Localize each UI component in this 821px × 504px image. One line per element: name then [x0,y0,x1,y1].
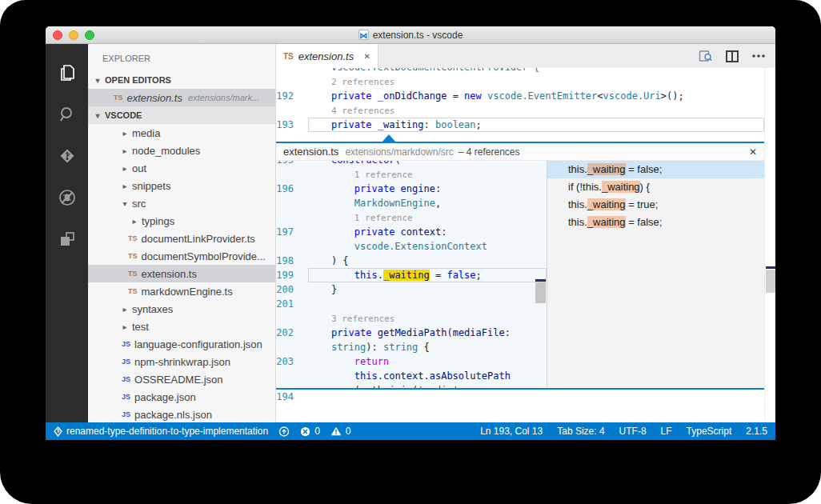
code-line-192[interactable]: 192 private _onDidChange = new vscode.Ev… [276,89,764,103]
tree-item-extension-ts[interactable]: TSextension.ts [88,265,275,282]
code-line[interactable]: string): string { [276,340,547,354]
tree-item-documentsymbolprovide-[interactable]: TSdocumentSymbolProvide... [88,247,275,265]
chevron-expanded-icon: ▾ [93,111,102,120]
tree-item-extension-ts[interactable]: TSextension.tsextensions/mark... [88,89,275,106]
tree-item-language-configuration-json[interactable]: JSlanguage-configuration.json [88,335,275,353]
tree-item-out[interactable]: ▸out [88,159,275,177]
activity-item-search[interactable] [46,95,88,137]
activity-item-debug[interactable] [46,178,88,220]
line-number: 192 [276,89,308,103]
peek-editor[interactable]: 195 constructor( 1 reference196 private … [276,161,547,388]
code-line[interactable]: (path.join('media' [276,383,547,388]
tree-item-snippets[interactable]: ▸snippets [88,177,275,194]
references-list: this._waiting = false;if (!this._waiting… [547,161,764,388]
tree-item-ossreadme-json[interactable]: JSOSSREADME.json [88,370,275,388]
tree-item-typings[interactable]: ▸typings [88,212,275,230]
typescript-version[interactable]: 2.1.5 [746,426,767,437]
tree-item-media[interactable]: ▸media [88,124,275,142]
encoding[interactable]: UTF-8 [619,426,647,437]
code-line-197[interactable]: 197 private context: [276,225,547,239]
code-text: private engine: [308,182,547,196]
code-line[interactable]: vscode.TextDocumentContentProvider { [276,68,764,74]
activity-item-extensions[interactable] [46,220,88,262]
git-branch-indicator[interactable]: renamed-type-definition-to-type-implemen… [54,426,268,437]
overview-decoration [766,266,775,269]
tree-item-test[interactable]: ▸test [88,318,275,335]
code-text: vscode.TextDocumentContentProvider { [308,68,764,74]
code-line-195[interactable]: 195 constructor( [276,161,547,167]
branch-name: renamed-type-definition-to-type-implemen… [66,426,268,437]
activity-item-source-control[interactable] [46,137,88,178]
reference-item[interactable]: this._waiting = false; [547,161,764,178]
tree-item-documentlinkprovider-ts[interactable]: TSdocumentLinkProvider.ts [88,230,275,247]
error-icon [300,426,310,437]
peek-references-widget: extension.ts extensions/markdown/src – 4… [276,142,764,390]
more-actions-icon[interactable] [752,54,765,58]
tab-size[interactable]: Tab Size: 4 [557,426,604,437]
publish-button[interactable] [278,426,290,437]
peek-close-icon[interactable]: ✕ [749,146,757,158]
code-line-200[interactable]: 200 } [276,282,547,297]
explorer-tree: ▾OPEN EDITORSTSextension.tsextensions/ma… [88,71,275,422]
code-line[interactable]: 1 reference [276,167,547,182]
warnings-indicator[interactable]: 0 [330,426,351,437]
code-line-202[interactable]: 202 private getMediaPath(mediaFile: [276,326,547,340]
tab-extension-ts[interactable]: TS extension.ts ✕ [276,44,378,68]
code-line-201[interactable]: 201 [276,297,547,311]
line-number: 199 [276,268,308,282]
code-line-194[interactable]: 194 [276,390,764,404]
language-mode[interactable]: TypeScript [687,426,732,437]
tree-item-label: package.nls.json [134,409,212,421]
errors-indicator[interactable]: 0 [300,426,320,437]
code-line[interactable]: MarkdownEngine, [276,196,547,210]
editor[interactable]: vscode.TextDocumentContentProvider { 2 r… [276,68,775,422]
code-line-198[interactable]: 198 ) { [276,254,547,268]
reference-item[interactable]: if (!this._waiting) { [547,178,764,196]
tree-item-markdownengine-ts[interactable]: TSmarkdownEngine.ts [88,282,275,300]
ts-file-icon: TS [114,94,123,102]
tree-item-npm-shrinkwrap-json[interactable]: JSnpm-shrinkwrap.json [88,353,275,370]
line-number: 196 [276,182,308,196]
tree-item-package-json[interactable]: JSpackage.json [88,388,275,406]
activity-item-explorer[interactable] [46,54,88,95]
line-number: 200 [276,282,308,297]
tree-item-src[interactable]: ▾src [88,194,275,212]
reference-item[interactable]: this._waiting = true; [547,196,764,214]
close-window-button[interactable] [53,30,62,40]
code-line[interactable]: vscode.ExtensionContext [276,239,547,254]
tab-close-icon[interactable]: ✕ [364,52,370,61]
code-line[interactable]: 3 references [276,311,547,326]
zoom-window-button[interactable] [85,30,94,40]
section-header-open-editors[interactable]: ▾OPEN EDITORS [88,71,275,89]
open-preview-icon[interactable] [699,50,712,62]
code-text: (path.join('media' [308,383,547,388]
title-bar: ⋈ extension.ts - vscode [46,26,775,44]
code-line-199[interactable]: 199 this._waiting = false; [276,268,547,282]
code-text: 1 reference [308,210,547,225]
code-line[interactable]: 1 reference [276,210,547,225]
code-line-193[interactable]: 193 private _waiting: boolean; [276,118,764,132]
eol[interactable]: LF [661,426,672,437]
tree-item-node-modules[interactable]: ▸node_modules [88,142,275,159]
peek-reference-count: – 4 references [459,146,520,158]
code-line[interactable]: 4 references [276,103,764,118]
tree-item-package-nls-json[interactable]: JSpackage.nls.json [88,406,275,422]
editor-scrollbar-handle[interactable] [766,270,775,293]
code-line[interactable]: this.context.asAbsolutePath [276,369,547,383]
minimize-window-button[interactable] [69,30,78,40]
reference-item[interactable]: this._waiting = false; [547,214,764,231]
tree-item-syntaxes[interactable]: ▸syntaxes [88,300,275,318]
split-editor-icon[interactable] [726,50,739,62]
peek-scrollbar-handle[interactable] [535,282,546,303]
code-line-203[interactable]: 203 return [276,354,547,369]
code-text: 1 reference [308,167,547,182]
section-header-vscode[interactable]: ▾VSCODE [88,106,275,124]
debug-disabled-icon [57,187,78,211]
overview-ruler [764,68,775,422]
code-line[interactable]: 2 references [276,74,764,89]
tree-item-label: typings [142,215,174,227]
chevron-collapsed-icon: ▸ [120,129,130,138]
source-control-icon [57,146,78,170]
code-line-196[interactable]: 196 private engine: [276,182,547,196]
cursor-position[interactable]: Ln 193, Col 13 [480,426,543,437]
